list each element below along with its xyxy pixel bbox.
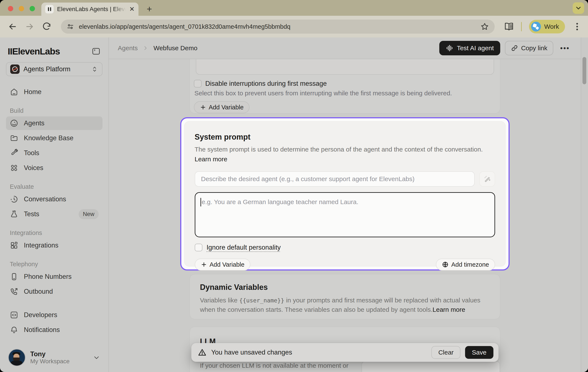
browser-toolbar: elevenlabs.io/app/agents/agents/agent_07… xyxy=(0,16,588,38)
globe-icon xyxy=(442,261,449,268)
new-tab-button[interactable]: + xyxy=(144,4,155,14)
dynamic-variables-learn-more-link[interactable]: Learn more xyxy=(432,306,465,313)
sidebar-item-developers[interactable]: Developers xyxy=(6,308,103,322)
sidebar-item-label: Phone Numbers xyxy=(24,273,72,281)
bookmark-star-icon[interactable] xyxy=(480,22,489,31)
sidebar-item-tools[interactable]: Tools xyxy=(6,146,103,160)
toolbar-divider xyxy=(521,22,522,31)
llm-description-line: something goes wrong, we will redirect t… xyxy=(200,371,358,372)
sidebar-item-voices[interactable]: Voices xyxy=(6,161,103,175)
first-message-card: Disable interruptions during first messa… xyxy=(189,59,500,113)
platform-label: Agents Platform xyxy=(23,65,87,73)
reading-list-icon[interactable] xyxy=(504,22,514,31)
close-window-button[interactable] xyxy=(8,6,13,11)
first-message-input[interactable] xyxy=(196,59,494,75)
ignore-personality-checkbox[interactable] xyxy=(195,244,202,251)
sidebar-item-label: Notifications xyxy=(24,326,60,334)
llm-description: If your chosen LLM is not available at t… xyxy=(200,361,358,372)
page-header: Agents Webfuse Demo Test AI agent Copy l… xyxy=(109,38,581,59)
copy-link-button[interactable]: Copy link xyxy=(505,41,553,55)
llm-select[interactable] xyxy=(362,361,500,372)
system-prompt-learn-more-link[interactable]: Learn more xyxy=(195,156,495,163)
generate-prompt-button[interactable] xyxy=(479,171,495,187)
tab-search-button[interactable] xyxy=(573,2,584,14)
sidebar-item-tests[interactable]: Tests New xyxy=(6,207,103,221)
page-more-button[interactable]: ••• xyxy=(558,44,572,52)
avatar xyxy=(8,349,26,366)
magic-wand-icon xyxy=(483,175,492,183)
test-ai-agent-button[interactable]: Test AI agent xyxy=(439,41,500,55)
profile-label: Work xyxy=(544,23,559,30)
waveform-icon xyxy=(446,44,453,52)
system-prompt-textarea[interactable] xyxy=(195,192,495,237)
workspace-profile-button[interactable]: Tony My Workspace xyxy=(6,347,103,368)
scrollbar-thumb[interactable] xyxy=(582,57,586,84)
sidebar-item-outbound[interactable]: Outbound xyxy=(6,285,103,298)
llm-description-line: If your chosen LLM is not available at t… xyxy=(200,361,358,371)
sidebar-item-notifications[interactable]: Notifications xyxy=(6,323,103,337)
plus-icon xyxy=(200,104,206,111)
describe-agent-input[interactable] xyxy=(195,171,475,187)
disable-interruptions-checkbox[interactable] xyxy=(194,80,201,88)
sidebar-item-agents[interactable]: Agents xyxy=(6,116,103,130)
zoom-window-button[interactable] xyxy=(30,6,35,11)
sidebar-section-evaluate: Evaluate xyxy=(6,183,103,190)
tab-audio-pause-icon[interactable] xyxy=(45,5,54,13)
bell-icon xyxy=(10,326,18,334)
sidebar-item-knowledge-base[interactable]: Knowledge Base xyxy=(6,131,103,145)
dynamic-variables-card: Dynamic Variables Variables like {{user_… xyxy=(189,274,500,319)
sidebar-item-label: Agents xyxy=(24,119,44,127)
scrollbar-track[interactable] xyxy=(581,38,588,372)
agents-platform-icon xyxy=(10,64,20,74)
sidebar-item-label: Developers xyxy=(24,311,57,319)
chevron-down-icon xyxy=(93,354,100,361)
site-settings-icon[interactable] xyxy=(66,23,74,30)
address-bar[interactable]: elevenlabs.io/app/agents/agents/agent_07… xyxy=(61,20,495,34)
sidebar-item-home[interactable]: Home xyxy=(6,85,103,99)
add-timezone-button[interactable]: Add timezone xyxy=(436,259,495,271)
text-cursor xyxy=(200,198,201,206)
sidebar-item-integrations[interactable]: Integrations xyxy=(6,239,103,252)
phone-icon xyxy=(10,272,18,281)
back-button[interactable] xyxy=(8,22,18,31)
tab-close-icon[interactable]: ✕ xyxy=(129,6,135,12)
sidebar-item-label: Home xyxy=(24,88,42,96)
add-variable-button[interactable]: Add Variable xyxy=(195,259,251,271)
breadcrumb-agents[interactable]: Agents xyxy=(118,44,138,52)
plus-icon xyxy=(201,261,207,268)
sidebar-item-label: Voices xyxy=(24,164,43,172)
save-button[interactable]: Save xyxy=(465,346,493,359)
description-text: Variables like xyxy=(200,297,240,304)
system-prompt-card: System prompt The system prompt is used … xyxy=(184,121,505,266)
minimize-window-button[interactable] xyxy=(19,6,24,11)
add-variable-button[interactable]: Add Variable xyxy=(194,101,250,113)
collapse-sidebar-icon[interactable] xyxy=(91,47,101,56)
clear-button[interactable]: Clear xyxy=(431,346,460,359)
app-root: IIElevenLabs Agents Platform Home Build … xyxy=(0,38,588,372)
blocks-icon xyxy=(10,241,18,250)
tab-title: ElevenLabs Agents | ElevenLa xyxy=(57,6,126,12)
disable-interruptions-help: Select this box to prevent users from in… xyxy=(195,90,452,97)
ignore-personality-label[interactable]: Ignore default personality xyxy=(207,244,281,251)
browser-tab[interactable]: ElevenLabs Agents | ElevenLa ✕ xyxy=(41,2,138,16)
elevenlabs-logo: IIElevenLabs xyxy=(8,46,60,57)
url-text[interactable]: elevenlabs.io/app/agents/agents/agent_07… xyxy=(79,23,475,30)
refresh-button[interactable] xyxy=(42,22,52,31)
copy-link-label: Copy link xyxy=(521,44,547,52)
forward-button[interactable] xyxy=(25,22,34,31)
sidebar-item-conversations[interactable]: Conversations xyxy=(6,192,103,206)
browser-menu-icon[interactable] xyxy=(572,22,582,31)
chevron-up-down-icon xyxy=(91,66,98,73)
sidebar-item-phone-numbers[interactable]: Phone Numbers xyxy=(6,270,103,283)
add-variable-label: Add Variable xyxy=(210,261,245,268)
profile-avatar xyxy=(531,22,541,31)
link-icon xyxy=(511,44,518,52)
test-ai-agent-label: Test AI agent xyxy=(457,44,494,52)
disable-interruptions-label: Disable interruptions during first messa… xyxy=(205,80,327,88)
browser-window: ElevenLabs Agents | ElevenLa ✕ + elevenl… xyxy=(0,0,588,372)
browser-profile-button[interactable]: Work xyxy=(529,20,565,33)
voices-icon xyxy=(10,164,18,172)
dynamic-variables-description: Variables like {{user_name}} in your pro… xyxy=(200,296,490,314)
platform-switcher[interactable]: Agents Platform xyxy=(6,62,103,76)
unsaved-changes-toast: You have unsaved changes Clear Save xyxy=(191,343,499,362)
